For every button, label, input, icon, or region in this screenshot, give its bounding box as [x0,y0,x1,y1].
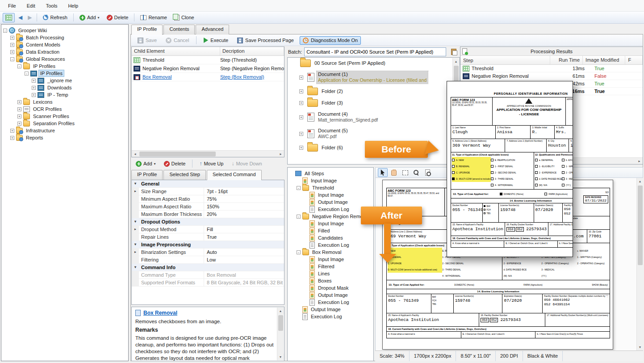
expander-toggle[interactable]: + [299,115,303,119]
tree-item[interactable]: - Global Resources [1,55,128,63]
property-value[interactable]: True [204,233,284,241]
batch-tree-item[interactable]: + Document (1)Application for Cow Owners… [290,71,460,84]
batch-tree-item[interactable]: 00 Source Set (Perm IP Applied) [290,59,460,67]
step-tree-item[interactable]: Filtered [288,263,373,270]
result-row[interactable]: Threshold 13ms True [460,65,643,72]
batch-tree-item[interactable]: + Document (4)Matt_termination_Signed.pd… [290,111,460,123]
child-element-row[interactable]: Negative Region Removal Step (Negative R… [132,64,284,73]
refresh-button[interactable]: Refresh [40,13,70,22]
tree-item[interactable]: + Infrastructure [1,127,128,134]
column-header[interactable]: Image Modified [583,56,625,64]
execute-button[interactable]: Execute [201,36,231,44]
column-header[interactable]: Child Element [132,47,220,55]
property-row[interactable]: Minimum Aspect Ratio 75% [132,195,284,203]
delete-button[interactable]: Delete [104,13,131,22]
property-row[interactable]: ▾ Command Info [132,264,284,271]
zoom-select-tool-button[interactable] [400,168,410,177]
row-expander-gutter[interactable] [132,271,139,279]
expander-toggle[interactable]: - [297,250,301,254]
expander-toggle[interactable]: - [10,57,14,61]
tree-item[interactable]: - IP Profiles [1,63,128,70]
property-row[interactable]: ▾ Dropout Options [132,218,284,226]
step-tree-item[interactable]: Execution Log [288,313,373,320]
expander-toggle[interactable]: + [299,132,303,136]
horizontal-scrollbar[interactable]: ◂ ▸ [132,150,284,157]
main-tab[interactable]: Advanced [196,25,229,34]
property-value[interactable]: Low [204,256,284,263]
child-element-row[interactable]: Box Removal Step (Box Removal) [132,73,284,81]
property-row[interactable]: Repair Lines True [132,233,284,241]
property-row[interactable]: Maximum Aspect Ratio 150% [132,203,284,211]
add-button[interactable]: Add▾ [77,13,102,22]
expander-toggle[interactable]: + [10,136,14,140]
tree-item[interactable]: + Scanner Profiles [1,113,128,120]
step-tree-item[interactable]: Execution Log [288,299,373,306]
child-element-row[interactable]: Threshold Step (Threshold) [132,56,284,64]
step-tree-item[interactable]: Boxes [288,277,373,284]
property-value[interactable] [204,218,284,225]
step-tree-item[interactable]: Output Image [288,291,373,299]
scroll-right-button[interactable]: ▸ [277,151,284,157]
detail-tab[interactable]: Selected Step [163,170,206,180]
expander-toggle[interactable]: + [17,122,21,126]
property-row[interactable]: Supported Pixel Formats 8 Bit Grayscale,… [132,279,284,287]
tree-item[interactable]: + Downloads [1,84,128,91]
step-tree-item[interactable]: Filled [288,227,373,234]
tree-item[interactable]: - IP Profiles [1,70,128,77]
row-expander-gutter[interactable]: ▸ [132,188,139,195]
tree-item[interactable]: + OCR Profiles [1,106,128,113]
property-row[interactable]: Filtering Low [132,256,284,264]
main-tab[interactable]: IP Profile [131,25,163,35]
step-tree-item[interactable]: Input Image [288,191,373,198]
menu-item[interactable]: Help [63,1,84,10]
row-expander-gutter[interactable]: ▸ [132,226,139,233]
row-expander-gutter[interactable] [132,279,139,286]
step-tree-item[interactable]: Lines [288,270,373,277]
tree-item[interactable]: + IP - Temp [1,91,128,98]
tree-item[interactable]: + _ignore me [1,77,128,84]
property-value[interactable]: Box Removal [204,271,284,279]
tree-item[interactable]: + Separation Profiles [1,120,128,127]
menu-item[interactable]: Tools [41,1,63,10]
property-row[interactable]: ▸ Size Range 7pt - 16pt [132,188,284,195]
expander-toggle[interactable]: + [32,79,36,83]
zoom-tool-button[interactable] [411,168,421,177]
expander-toggle[interactable]: - [297,186,301,190]
scrollbar-thumb[interactable] [278,315,283,331]
scroll-up-button[interactable]: ▴ [453,58,460,65]
move-down-button[interactable]: ↓Move Down [229,159,264,169]
detail-tab[interactable]: Selected Command [207,170,262,180]
row-expander-gutter[interactable]: ▾ [132,218,139,225]
step-tree-item[interactable]: All Steps [288,170,373,177]
row-expander-gutter[interactable] [132,203,139,210]
property-value[interactable] [204,180,284,187]
scroll-right-button[interactable]: ▸ [636,158,643,165]
column-header[interactable]: F [625,56,643,64]
delete-step-button[interactable]: Delete [161,159,188,169]
tree-item[interactable]: + Batch Processing [1,34,128,41]
main-tab[interactable]: Contents [163,25,195,34]
navigate-back-button[interactable]: ◀ [17,13,24,21]
tree-item[interactable]: + Lexicons [1,98,128,106]
detail-tab[interactable]: IP Profile [131,170,163,180]
expander-toggle[interactable]: - [25,72,29,76]
step-tree-item[interactable]: Execution Log [288,241,373,249]
expander-toggle[interactable]: + [17,114,21,118]
property-row[interactable]: Command Type Box Removal [132,271,284,279]
property-value[interactable]: 8 Bit Grayscale, 24 Bit RGB, 32 Bit F [204,279,284,286]
cancel-button[interactable]: Cancel [163,36,192,45]
property-row[interactable]: ▸ Dropout Method Fill [132,226,284,233]
navigate-forward-button[interactable]: ▶ [26,13,33,21]
expander-toggle[interactable]: + [17,107,21,111]
expander-toggle[interactable]: + [10,43,14,47]
expander-toggle[interactable]: - [297,215,301,219]
scrollbar-track[interactable] [138,151,277,157]
property-row[interactable]: Maximum Border Thickness 20% [132,211,284,218]
pan-tool-button[interactable] [389,168,399,177]
pointer-tool-button[interactable] [378,168,388,177]
row-expander-gutter[interactable]: ▾ [132,241,139,248]
property-value[interactable]: 150% [204,203,284,210]
result-row[interactable]: Negative Region Removal 61ms False [460,72,643,80]
expander-toggle[interactable]: + [10,36,14,40]
expander-toggle[interactable]: + [299,76,303,80]
